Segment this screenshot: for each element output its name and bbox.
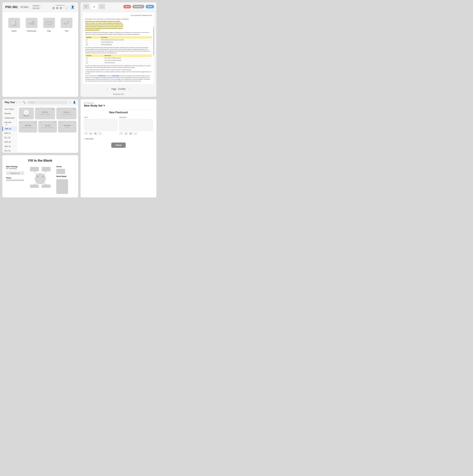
textbook-toolbar: Term Definition Notes bbox=[81, 2, 156, 11]
sidebar-item-win20[interactable]: WIN '20 bbox=[2, 144, 17, 149]
nsp-title: New Study Set ✎ bbox=[84, 104, 153, 107]
svg-line-25 bbox=[42, 182, 46, 185]
sidebar-item-fal19[interactable]: FAL '19 bbox=[2, 149, 17, 153]
tb-box-icon[interactable] bbox=[99, 4, 105, 9]
date-badge-1: moss812 bbox=[32, 5, 41, 7]
def-tool-more[interactable]: ⋯ bbox=[133, 132, 137, 135]
lin001-label: LIN 001 bbox=[45, 125, 50, 126]
timer-bar bbox=[6, 180, 24, 181]
profile-icon[interactable]: 👤 bbox=[73, 101, 76, 104]
card-actions-3: ↑♥⊞ bbox=[33, 122, 36, 123]
tb-edit-icon[interactable] bbox=[91, 4, 97, 9]
sidebar-item-collaborative[interactable]: Collaborative bbox=[2, 116, 17, 120]
home-icon[interactable]: ⌂ bbox=[16, 101, 18, 104]
new-study-set-title: New Study Set bbox=[84, 104, 103, 107]
page-nav: ‹ Page 271/540 › bbox=[81, 85, 156, 93]
term-tool-image[interactable]: 🖼 bbox=[93, 132, 97, 135]
prev-page-button[interactable]: ‹ bbox=[106, 87, 109, 91]
date-badge-2: April 2021 bbox=[32, 7, 41, 9]
sidebar-item-spr21[interactable]: SPR '21 bbox=[2, 127, 17, 131]
sidebar-item-fal20[interactable]: FAL '20 bbox=[2, 136, 17, 140]
add-new-icon[interactable]: + bbox=[24, 110, 29, 115]
search-icon-pt[interactable]: 🔍 bbox=[23, 101, 26, 104]
user-avatar[interactable]: 👤 bbox=[70, 4, 75, 10]
timer-label: Timer: bbox=[6, 177, 24, 179]
def-tool-grid[interactable]: ⊞ bbox=[124, 132, 128, 135]
mode-play[interactable]: Play bbox=[40, 16, 58, 34]
flashcards-icon bbox=[26, 18, 37, 28]
npb100-sublabel: UC Davis moss812 bbox=[22, 127, 34, 128]
notes-tag[interactable]: Notes bbox=[146, 5, 154, 8]
study-header: PSC 001 UC Davis moss812 April 2021 Coll… bbox=[2, 2, 78, 12]
svg-point-13 bbox=[50, 23, 51, 23]
new-study-panel: AP Chemistry New Study Set ✎ New Flashca… bbox=[81, 99, 156, 197]
page-scrollbar[interactable] bbox=[153, 27, 154, 55]
tb-pages-icon[interactable] bbox=[83, 4, 89, 9]
now-testing-section: Now Testing: AP Chemistry bbox=[6, 165, 24, 170]
psc001-card[interactable]: ••• ↑♥⊞ PSC 001 UC Davis moss812 bbox=[35, 107, 55, 119]
sidebar-item-spr20[interactable]: SPR '20 bbox=[2, 140, 17, 144]
add-new-badge: ⊞ bbox=[5, 124, 8, 125]
sidebar-item-recents[interactable]: Recents bbox=[2, 111, 17, 116]
definition-tag[interactable]: Definition bbox=[132, 5, 144, 8]
add-new-card[interactable]: + Add new bbox=[19, 107, 34, 119]
flashcard-set-button[interactable]: flashcard set bbox=[6, 171, 24, 175]
nsp-fields: Term T ⊞ 🖼 ⋯ Definition T ⊞ 🖼 ⋯ bbox=[84, 116, 153, 135]
word-bank-label: Word Bank bbox=[56, 175, 75, 177]
fb-left: Now Testing: AP Chemistry flashcard set … bbox=[6, 165, 24, 181]
play-icon bbox=[43, 18, 55, 28]
card-dots-2: ••• bbox=[57, 108, 59, 110]
term-tool-grid[interactable]: ⊞ bbox=[89, 132, 93, 135]
internship-card[interactable]: ••• ↑♥ Internship finance bbox=[58, 121, 76, 133]
flashcards-label: Flashcards bbox=[27, 30, 36, 32]
test-icon bbox=[61, 18, 72, 28]
internship-label: Internship bbox=[64, 125, 70, 126]
mode-flashcards[interactable]: Flashcards bbox=[23, 16, 40, 34]
mode-notes[interactable]: Notes bbox=[5, 16, 23, 34]
term-field: Term T ⊞ 🖼 ⋯ bbox=[84, 116, 118, 135]
npb100-label: NPB 100 bbox=[25, 125, 31, 126]
sidebar-item-add-new[interactable]: Add new ⊞ bbox=[2, 120, 17, 127]
svg-point-10 bbox=[51, 22, 51, 23]
add-collaborator-button[interactable]: + bbox=[65, 6, 69, 10]
next-page-button[interactable]: › bbox=[128, 87, 131, 91]
term-tag[interactable]: Term bbox=[123, 5, 131, 8]
svg-rect-23 bbox=[42, 185, 51, 188]
term-tool-more[interactable]: ⋯ bbox=[98, 132, 102, 135]
star-icon[interactable]: ☆ bbox=[19, 101, 21, 104]
npb100-card[interactable]: ••• ↑♥⊞ NPB 100 UC Davis moss812 bbox=[19, 121, 37, 133]
course-title: PSC 001 bbox=[5, 5, 18, 9]
definition-input[interactable] bbox=[119, 119, 153, 131]
search-input[interactable]: Search bbox=[27, 101, 68, 104]
card-actions-2: ↑♥⊞ bbox=[72, 108, 75, 110]
play-label: Play bbox=[47, 30, 51, 32]
mode-test[interactable]: Test bbox=[58, 16, 75, 34]
lin001-card[interactable]: ••• ↑♥⊞ LIN 001 UC Davis Connor88 bbox=[38, 121, 57, 133]
fb-right: Score Word Bank bbox=[56, 165, 75, 194]
def-tool-bold[interactable]: T bbox=[119, 132, 123, 135]
def-tool-image[interactable]: 🖼 bbox=[129, 132, 133, 135]
psc001-sublabel: UC Davis moss812 bbox=[39, 114, 51, 115]
finish-button[interactable]: Finish bbox=[111, 142, 125, 148]
term-tool-bold[interactable]: T bbox=[84, 132, 88, 135]
svg-point-7 bbox=[48, 22, 50, 24]
che118-card[interactable]: ••• ↑♥⊞ CHE 118 UC Davis spamm98 bbox=[56, 107, 76, 119]
sidebar-item-win21[interactable]: WIN '21 bbox=[2, 131, 17, 136]
notes-label: Notes bbox=[12, 30, 17, 32]
textbook-page: The Pronunciation of Morphemes 219 initi… bbox=[83, 13, 154, 84]
sidebar-item-library[interactable]: Your Library bbox=[2, 107, 17, 111]
svg-rect-22 bbox=[30, 185, 39, 188]
add-notes-button[interactable]: + Add notes bbox=[84, 137, 153, 141]
svg-rect-16 bbox=[101, 6, 103, 8]
textbook-panel: Term Definition Notes The Pronunciation … bbox=[81, 2, 156, 97]
pencil-icon[interactable]: ✎ bbox=[103, 104, 105, 107]
page-label: Textbook PDF bbox=[81, 93, 156, 97]
collab-avatars: ... + bbox=[52, 6, 69, 10]
term-input[interactable] bbox=[84, 119, 118, 131]
add-new-label: Add new bbox=[23, 115, 29, 117]
svg-rect-17 bbox=[30, 167, 39, 171]
nsp-sub-label: AP Chemistry bbox=[84, 102, 153, 104]
test-label: Test bbox=[65, 30, 68, 32]
card-actions: ↑♥⊞ bbox=[51, 108, 54, 110]
emoji-icon[interactable]: ☺ bbox=[69, 101, 71, 104]
